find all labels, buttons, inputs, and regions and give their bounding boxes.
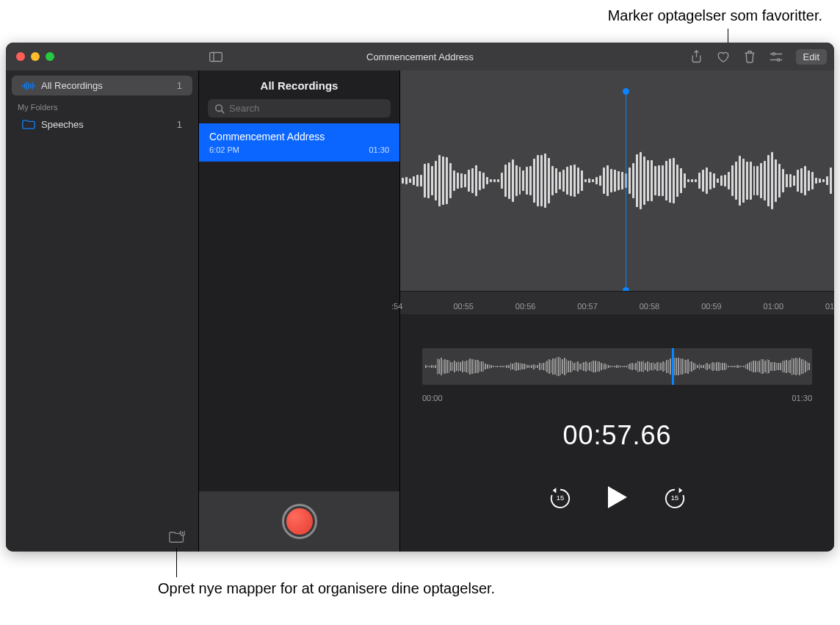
overview-playhead[interactable] — [672, 348, 674, 385]
search-input[interactable] — [229, 103, 384, 114]
svg-rect-9 — [28, 82, 29, 89]
svg-rect-8 — [26, 82, 27, 90]
overview-end-label: 01:30 — [792, 394, 812, 402]
time-ruler: :5400:5500:5600:5700:5800:5901:0001 — [400, 291, 834, 314]
settings-sliders-icon[interactable] — [770, 50, 783, 63]
new-folder-button[interactable] — [169, 531, 185, 544]
timecode: 00:57.66 — [400, 420, 834, 451]
favorite-icon[interactable] — [717, 50, 730, 63]
share-icon[interactable] — [690, 50, 703, 63]
ruler-tick: 00:57 — [577, 302, 598, 311]
ruler-tick: 00:58 — [640, 302, 660, 311]
sidebar-item-label: Speeches — [41, 119, 177, 130]
ruler-tick: 00:59 — [701, 302, 722, 311]
sidebar: All Recordings 1 My Folders Speeches 1 — [6, 71, 198, 552]
sidebar-item-count: 1 — [177, 119, 182, 130]
recording-list-panel: All Recordings Commencement Address 6:02… — [198, 71, 400, 552]
ruler-tick: 01:00 — [764, 302, 784, 311]
ruler-tick: 01 — [825, 302, 834, 311]
sidebar-item-all-recordings[interactable]: All Recordings 1 — [12, 76, 192, 95]
app-window: Commencement Address — [6, 43, 834, 552]
recording-duration: 01:30 — [369, 145, 389, 154]
record-button[interactable] — [282, 504, 317, 539]
callout-line — [176, 548, 177, 577]
waveform-icon — [22, 81, 35, 91]
svg-rect-7 — [24, 83, 25, 88]
svg-rect-0 — [210, 52, 222, 61]
play-button[interactable] — [607, 485, 629, 510]
sidebar-item-label: All Recordings — [41, 80, 177, 91]
skip-forward-15-button[interactable]: 15 — [664, 486, 686, 508]
edit-button[interactable]: Edit — [796, 49, 827, 65]
svg-point-5 — [777, 58, 779, 60]
folder-icon — [22, 120, 35, 130]
svg-rect-12 — [34, 84, 35, 87]
window-zoom-button[interactable] — [46, 52, 54, 61]
search-field[interactable] — [208, 99, 391, 118]
traffic-lights — [16, 52, 54, 61]
waveform-overview[interactable] — [422, 348, 812, 385]
window-title: Commencement Address — [366, 51, 474, 62]
svg-point-3 — [772, 52, 775, 54]
recording-time: 6:02 PM — [209, 145, 239, 154]
recording-title: Commencement Address — [209, 131, 389, 142]
callout-favorite: Marker optagelser som favoritter. — [608, 7, 822, 24]
titlebar: Commencement Address — [6, 43, 834, 71]
sidebar-item-speeches[interactable]: Speeches 1 — [12, 115, 192, 134]
svg-line-15 — [222, 110, 225, 113]
callout-line — [728, 29, 728, 43]
sidebar-item-count: 1 — [177, 80, 182, 91]
transport-controls: 15 15 — [400, 485, 834, 510]
waveform-panel: :5400:5500:5600:5700:5800:5901:0001 00:0… — [400, 71, 834, 552]
overview-start-label: 00:00 — [422, 394, 443, 402]
svg-rect-11 — [32, 82, 32, 89]
skip-back-15-button[interactable]: 15 — [549, 486, 571, 508]
svg-rect-6 — [22, 84, 23, 87]
list-header: All Recordings — [199, 71, 399, 99]
playhead[interactable] — [626, 91, 626, 291]
ruler-tick: 00:56 — [515, 302, 536, 311]
ruler-tick: :54 — [391, 302, 402, 311]
svg-rect-10 — [30, 84, 31, 87]
window-close-button[interactable] — [16, 52, 25, 61]
search-icon — [214, 104, 225, 114]
ruler-tick: 00:55 — [453, 302, 474, 311]
trash-icon[interactable] — [743, 50, 756, 63]
record-bar — [199, 491, 399, 552]
svg-text:15: 15 — [670, 494, 678, 502]
svg-point-14 — [216, 104, 222, 111]
svg-text:15: 15 — [556, 494, 563, 502]
toggle-sidebar-icon[interactable] — [209, 50, 222, 63]
callout-new-folder: Opret nye mapper for at organisere dine … — [158, 579, 495, 598]
waveform-large[interactable] — [400, 71, 834, 291]
window-minimize-button[interactable] — [31, 52, 40, 61]
sidebar-heading-my-folders: My Folders — [6, 95, 198, 115]
recording-item[interactable]: Commencement Address 6:02 PM 01:30 — [199, 123, 399, 162]
